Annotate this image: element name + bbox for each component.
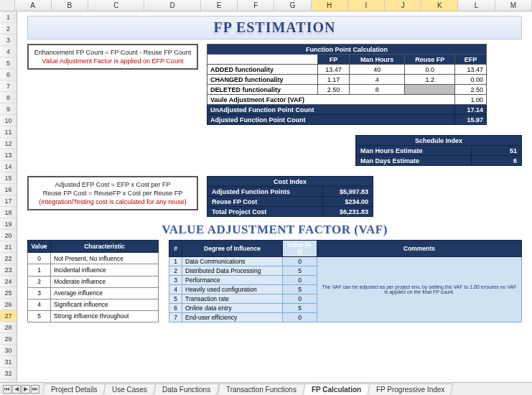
row-25[interactable]: 25 xyxy=(0,287,17,299)
note-enhancement-fp: Enhancement FP Count = FP Count - Reuse … xyxy=(27,44,198,70)
vaf-value-input[interactable]: 0 xyxy=(283,276,317,285)
vaf-value-input[interactable]: 5 xyxy=(283,266,317,276)
row-label: Adjusted Function Points xyxy=(207,187,323,197)
col-J[interactable]: J xyxy=(385,0,421,11)
col-M[interactable]: M xyxy=(495,0,532,11)
vaf-value-input[interactable]: 5 xyxy=(283,304,317,313)
row-31[interactable]: 31 xyxy=(0,356,17,368)
cell[interactable]: 4 xyxy=(349,75,404,85)
cell[interactable]: 8 xyxy=(349,85,404,95)
vaf-degree: Online data entry xyxy=(182,304,283,313)
vaf-influence-table[interactable]: # Degree of Influence Value (0-5) Commen… xyxy=(169,240,522,322)
cell[interactable]: 2.50 xyxy=(318,85,350,95)
unadj-value: 17.14 xyxy=(455,105,487,115)
row-18[interactable]: 18 xyxy=(0,207,17,218)
select-all-corner[interactable] xyxy=(0,0,15,11)
vaf-characteristic: Strong influence throughout xyxy=(51,310,159,322)
row-7[interactable]: 7 xyxy=(0,80,17,92)
row-10[interactable]: 10 xyxy=(0,115,17,126)
row-28[interactable]: 28 xyxy=(0,322,17,333)
tab-use-cases[interactable]: Use Cases xyxy=(103,384,157,395)
vaf-value-input[interactable]: 0 xyxy=(283,257,317,266)
tab-nav-first-icon[interactable]: ⏮ xyxy=(3,385,11,394)
row-30[interactable]: 30 xyxy=(0,345,17,356)
col-I[interactable]: I xyxy=(348,0,385,11)
vaf-value-input[interactable]: 0 xyxy=(283,294,317,304)
fp-calculation-table[interactable]: Function Point Calculation FPMan HoursRe… xyxy=(207,44,487,125)
col-L[interactable]: L xyxy=(458,0,495,11)
row-21[interactable]: 21 xyxy=(0,241,17,253)
row-8[interactable]: 8 xyxy=(0,92,17,103)
row-19[interactable]: 19 xyxy=(0,218,17,230)
tab-transaction-functions[interactable]: Transaction Functions xyxy=(217,384,305,395)
row-3[interactable]: 3 xyxy=(0,34,17,46)
tab-nav-last-icon[interactable]: ⏭ xyxy=(31,385,39,394)
col-G[interactable]: G xyxy=(274,0,311,11)
tab-fp-progressive-index[interactable]: FP Progressive Index xyxy=(368,384,454,395)
title-text: VALUE ADJUSTMENT FACTOR (VAF) xyxy=(162,223,388,236)
row-11[interactable]: 11 xyxy=(0,126,17,138)
row-16[interactable]: 16 xyxy=(0,184,17,195)
title-vaf: VALUE ADJUSTMENT FACTOR (VAF) xyxy=(27,221,522,238)
col-A[interactable]: A xyxy=(15,0,52,11)
vaf-value-input[interactable]: 0 xyxy=(283,313,317,322)
column-headers[interactable]: ABCDEFGHIJKLM xyxy=(0,0,532,11)
row-value: $5,997.83 xyxy=(323,187,373,197)
row-14[interactable]: 14 xyxy=(0,161,17,172)
row-26[interactable]: 26 xyxy=(0,299,17,310)
vaf-legend-table[interactable]: ValueCharacteristic 0Not Present, No inf… xyxy=(27,240,159,322)
cell[interactable] xyxy=(405,85,455,95)
row-20[interactable]: 20 xyxy=(0,230,17,241)
row-9[interactable]: 9 xyxy=(0,103,17,115)
row-headers[interactable]: 1234567891011121314151617181920212223242… xyxy=(0,11,17,391)
row-4[interactable]: 4 xyxy=(0,46,17,57)
vaf-value[interactable]: 1.00 xyxy=(455,95,487,105)
col-E[interactable]: E xyxy=(201,0,238,11)
col-D[interactable]: D xyxy=(144,0,200,11)
col-K[interactable]: K xyxy=(421,0,458,11)
row-13[interactable]: 13 xyxy=(0,149,17,161)
title-text: FP ESTIMATION xyxy=(214,19,336,35)
cell[interactable]: 2.50 xyxy=(455,85,487,95)
cell[interactable]: 13.47 xyxy=(318,65,350,75)
row-2[interactable]: 2 xyxy=(0,23,17,34)
tab-data-functions[interactable]: Data Functions xyxy=(154,384,220,395)
col-B[interactable]: B xyxy=(52,0,88,11)
th-value: Value xyxy=(28,241,51,253)
cell[interactable]: 0.00 xyxy=(455,75,487,85)
row-23[interactable]: 23 xyxy=(0,264,17,276)
row-value: $6,231.83 xyxy=(323,207,373,217)
cell[interactable]: 0.0 xyxy=(405,65,455,75)
row-6[interactable]: 6 xyxy=(0,69,17,80)
cell[interactable]: 40 xyxy=(349,65,404,75)
vaf-value-input[interactable]: 5 xyxy=(283,285,317,294)
row-17[interactable]: 17 xyxy=(0,195,17,207)
row-24[interactable]: 24 xyxy=(0,276,17,287)
fp-row-label: ADDED functionality xyxy=(207,65,318,75)
tab-fp-calculation[interactable]: FP Calculation xyxy=(302,384,370,395)
schedule-index-table[interactable]: Schedule Index Man Hours Estimate51Man D… xyxy=(355,135,522,166)
col-C[interactable]: C xyxy=(88,0,144,11)
th-num: # xyxy=(169,241,182,257)
note-line: Adjusted EFP Cost = EFP x Cost per FP xyxy=(33,180,192,189)
row-32[interactable]: 32 xyxy=(0,368,17,379)
col-F[interactable]: F xyxy=(238,0,274,11)
tab-project-details[interactable]: Project Details xyxy=(42,384,106,395)
cell[interactable]: 1.17 xyxy=(318,75,350,85)
row-5[interactable]: 5 xyxy=(0,57,17,69)
tab-nav-next-icon[interactable]: ▶ xyxy=(22,385,30,394)
vaf-label: Vaule Adjustment Factor (VAF) xyxy=(207,95,455,105)
cell[interactable]: 13.47 xyxy=(455,65,487,75)
row-22[interactable]: 22 xyxy=(0,253,17,264)
cell[interactable]: 1.2 xyxy=(405,75,455,85)
cost-index-table[interactable]: Cost Index Adjusted Function Points$5,99… xyxy=(207,176,373,217)
fp-col-1: FP xyxy=(318,55,350,65)
tab-nav-prev-icon[interactable]: ◀ xyxy=(12,385,21,394)
row-27[interactable]: 27 xyxy=(0,310,17,322)
vaf-characteristic: Average influence xyxy=(51,287,159,299)
col-H[interactable]: H xyxy=(312,0,348,11)
row-1[interactable]: 1 xyxy=(0,11,17,23)
row-29[interactable]: 29 xyxy=(0,333,17,345)
row-12[interactable]: 12 xyxy=(0,138,17,149)
row-15[interactable]: 15 xyxy=(0,172,17,184)
